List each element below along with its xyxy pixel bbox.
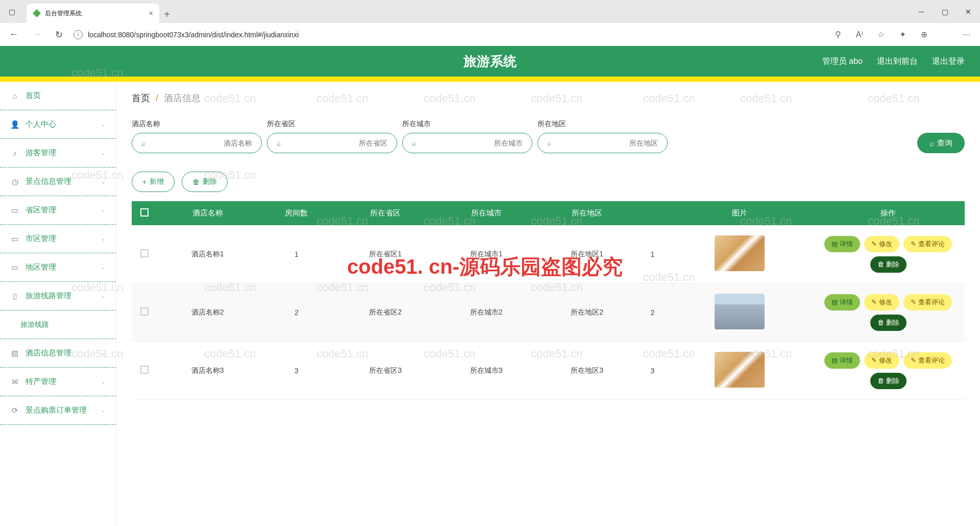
cell-prov: 所在省区1 — [335, 225, 435, 283]
search-input[interactable] — [286, 139, 387, 147]
minimize-button[interactable]: ─ — [910, 0, 933, 23]
detail-button[interactable]: ▤ 详情 — [824, 352, 860, 369]
search-input[interactable] — [556, 139, 658, 147]
site-info-icon[interactable]: i — [74, 30, 83, 39]
search-field-2: 所在城市 ⌕ — [402, 119, 532, 153]
table-body: 酒店名称1 1 所在省区1 所在城市1 所在地区1 1 ▤ 详情 ✎ 修改 ✎ … — [132, 225, 965, 400]
tab-close-button[interactable]: × — [149, 9, 153, 17]
table-header-3: 所在省区 — [335, 201, 435, 225]
refresh-button[interactable]: ↻ — [51, 29, 66, 40]
detail-button[interactable]: ▤ 详情 — [824, 294, 860, 310]
search-input[interactable] — [151, 139, 252, 147]
edit-button[interactable]: ✎ 修改 — [864, 352, 899, 369]
chevron-icon: ⌄ — [101, 207, 106, 213]
detail-button[interactable]: ▤ 详情 — [824, 236, 860, 252]
user-label[interactable]: 管理员 abo — [822, 56, 863, 67]
row-delete-button[interactable]: 🗑 删除 — [870, 315, 906, 331]
chevron-icon: ⌄ — [101, 235, 106, 242]
breadcrumb-home[interactable]: 首页 — [132, 93, 150, 103]
sidebar-item-2[interactable]: ♪游客管理⌄ — [0, 139, 116, 168]
close-window-button[interactable]: ✕ — [957, 0, 980, 23]
thumbnail[interactable] — [715, 294, 765, 329]
row-checkbox[interactable] — [140, 249, 149, 257]
eye-icon: ✎ — [911, 240, 916, 248]
url-bar: ← → ↻ i localhost:8080/springboot073x3/a… — [0, 23, 980, 46]
cell-area: 所在地区3 — [536, 342, 637, 400]
row-delete-button[interactable]: 🗑 删除 — [870, 256, 906, 273]
new-tab-button[interactable]: + — [159, 9, 175, 23]
comment-button[interactable]: ✎ 查看评论 — [903, 294, 952, 310]
to-front-link[interactable]: 退出到前台 — [877, 56, 918, 67]
chevron-icon: ⌄ — [101, 150, 106, 156]
edit-button[interactable]: ✎ 修改 — [864, 236, 899, 252]
logout-link[interactable]: 退出登录 — [932, 56, 965, 67]
password-icon[interactable]: ⚲ — [831, 30, 845, 39]
sidebar-item-label: 市区管理 — [26, 234, 56, 244]
cell-prov: 所在省区2 — [335, 283, 435, 342]
search-input-wrap[interactable]: ⌕ — [402, 133, 532, 153]
search-input-wrap[interactable]: ⌕ — [537, 133, 668, 153]
sidebar-item-10[interactable]: ✉特产管理⌄ — [0, 368, 116, 396]
search-field-0: 酒店名称 ⌕ — [132, 119, 262, 153]
query-button[interactable]: ⌕ 查询 — [917, 133, 965, 153]
sidebar-icon: ✉ — [10, 377, 19, 387]
breadcrumb-current: 酒店信息 — [164, 93, 201, 103]
trash-icon: 🗑 — [877, 319, 884, 326]
search-input-wrap[interactable]: ⌕ — [132, 133, 262, 153]
collections-icon[interactable]: ⊕ — [917, 30, 931, 39]
search-panel: 酒店名称 ⌕ 所在省区 ⌕ 所在城市 ⌕ 所在地区 ⌕ ⌕ 查询 — [132, 110, 965, 162]
browser-tab[interactable]: 后台管理系统 × — [27, 4, 159, 23]
maximize-button[interactable]: ▢ — [933, 0, 957, 23]
favorites-bar-icon[interactable]: ✦ — [895, 30, 910, 39]
sidebar-item-8[interactable]: 旅游线路 — [0, 310, 116, 339]
table-header-8: 操作 — [812, 201, 965, 225]
edit-button[interactable]: ✎ 修改 — [864, 294, 899, 310]
sidebar-icon: ⌂ — [10, 91, 19, 101]
thumbnail[interactable] — [715, 352, 765, 388]
menu-icon[interactable]: ⋯ — [960, 30, 974, 39]
table-header-5: 所在地区 — [536, 201, 637, 225]
forward-button[interactable]: → — [29, 29, 44, 40]
row-checkbox[interactable] — [140, 366, 149, 374]
read-aloud-icon[interactable]: A⁾ — [852, 30, 867, 39]
search-input-wrap[interactable]: ⌕ — [267, 133, 397, 153]
pencil-icon: ✎ — [871, 356, 877, 364]
delete-button[interactable]: 🗑 删除 — [182, 172, 228, 192]
cell-prov: 所在省区3 — [335, 342, 435, 400]
sidebar-item-0[interactable]: ⌂首页 — [0, 82, 116, 110]
favorite-icon[interactable]: ☆ — [874, 30, 888, 39]
comment-button[interactable]: ✎ 查看评论 — [903, 236, 952, 252]
table-header-0 — [132, 201, 157, 225]
search-icon: ⌕ — [277, 139, 281, 147]
sidebar-icon: ▤ — [10, 349, 19, 358]
pencil-icon: ✎ — [871, 240, 877, 248]
sidebar-item-9[interactable]: ▤酒店信息管理⌄ — [0, 339, 116, 368]
search-input[interactable] — [421, 139, 523, 147]
cell-city: 所在城市2 — [436, 283, 536, 342]
sidebar-item-3[interactable]: ◷景点信息管理⌄ — [0, 168, 116, 196]
sidebar-item-label: 旅游线路 — [20, 320, 49, 329]
sidebar-item-4[interactable]: ▭省区管理⌄ — [0, 196, 116, 225]
row-delete-button[interactable]: 🗑 删除 — [870, 373, 906, 389]
sidebar-item-label: 省区管理 — [26, 205, 56, 215]
sidebar-item-7[interactable]: ▯旅游线路管理⌄ — [0, 282, 116, 310]
list-icon: ▤ — [831, 240, 838, 248]
chevron-icon: ⌄ — [101, 264, 106, 271]
add-button[interactable]: + 新增 — [132, 172, 175, 192]
thumbnail[interactable] — [715, 235, 765, 271]
tab-list-button[interactable]: ▢ — [0, 0, 23, 23]
address-field[interactable]: i localhost:8080/springboot073x3/admin/d… — [74, 30, 824, 39]
select-all-checkbox[interactable] — [140, 208, 149, 217]
table-row: 酒店名称1 1 所在省区1 所在城市1 所在地区1 1 ▤ 详情 ✎ 修改 ✎ … — [132, 225, 965, 283]
row-actions: ▤ 详情 ✎ 修改 ✎ 查看评论 🗑 删除 — [816, 352, 961, 389]
sidebar-item-11[interactable]: ⟳景点购票订单管理⌄ — [0, 396, 116, 425]
app: 旅游系统 管理员 abo 退出到前台 退出登录 ⌂首页👤个人中心⌄♪游客管理⌄◷… — [0, 46, 980, 526]
cell-num: 3 — [638, 342, 668, 400]
back-button[interactable]: ← — [6, 29, 21, 40]
sidebar-item-6[interactable]: ▭地区管理⌄ — [0, 253, 116, 282]
row-checkbox[interactable] — [140, 307, 149, 316]
eye-icon: ✎ — [911, 298, 916, 306]
sidebar-item-1[interactable]: 👤个人中心⌄ — [0, 110, 116, 139]
sidebar-item-5[interactable]: ▭市区管理⌄ — [0, 225, 116, 253]
comment-button[interactable]: ✎ 查看评论 — [903, 352, 952, 369]
